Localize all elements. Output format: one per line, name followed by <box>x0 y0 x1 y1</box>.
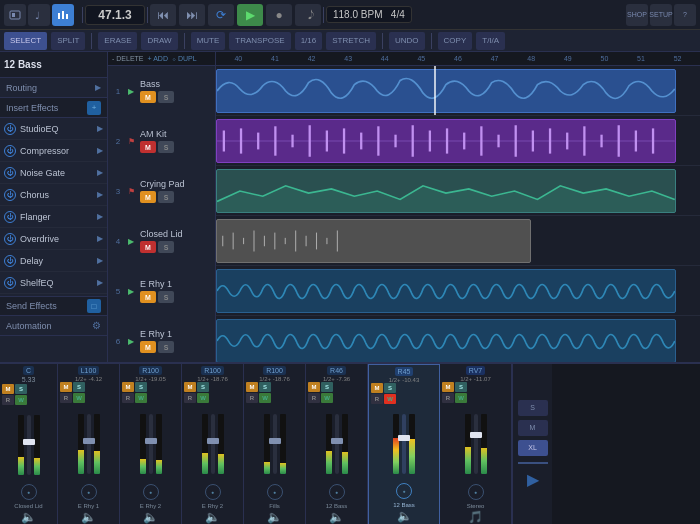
help-icon[interactable]: ? <box>674 4 696 26</box>
fader-knob-3[interactable] <box>145 438 157 444</box>
effect-row-shelfeq[interactable]: ⏻ ShelfEQ ▶ <box>0 272 107 294</box>
effect-power-icon[interactable]: ⏻ <box>4 123 16 135</box>
mute-tool[interactable]: MUTE <box>191 32 226 50</box>
fader-track-4[interactable] <box>211 414 215 474</box>
effect-row-delay[interactable]: ⏻ Delay ▶ <box>0 250 107 272</box>
pan-8[interactable]: ● <box>468 484 484 500</box>
effect-power-icon[interactable]: ⏻ <box>4 189 16 201</box>
loop-btn[interactable]: ⟳ <box>208 4 234 26</box>
pan-2[interactable]: ● <box>81 484 97 500</box>
fader-track-8[interactable] <box>474 414 478 474</box>
fader-track-3[interactable] <box>149 414 153 474</box>
split-tool[interactable]: SPLIT <box>51 32 85 50</box>
track-mute-2[interactable]: M <box>140 141 156 153</box>
read-btn-6[interactable]: R <box>308 393 320 403</box>
insert-effects-header[interactable]: Insert Effects + <box>0 98 107 118</box>
track-lane-1[interactable] <box>216 66 700 115</box>
play-btn[interactable]: ▶ <box>237 4 263 26</box>
track-solo-4[interactable]: S <box>158 241 174 253</box>
track-solo-6[interactable]: S <box>158 341 174 353</box>
fader-track-2[interactable] <box>87 414 91 474</box>
insert-add-icon[interactable]: + <box>87 101 101 115</box>
track-lane-2[interactable] <box>216 116 700 165</box>
clip-erhy1[interactable] <box>216 269 676 313</box>
fader-knob-7[interactable] <box>398 435 410 441</box>
position-display[interactable]: 47.1.3 <box>85 5 145 25</box>
write-btn-2[interactable]: W <box>73 393 85 403</box>
erase-tool[interactable]: ERASE <box>98 32 137 50</box>
track-solo-3[interactable]: S <box>158 191 174 203</box>
mute-btn-6[interactable]: M <box>308 382 320 392</box>
track-solo-2[interactable]: S <box>158 141 174 153</box>
note-icon[interactable]: ♩ <box>28 4 50 26</box>
send-add-icon[interactable]: □ <box>87 299 101 313</box>
mute-btn-2[interactable]: M <box>60 382 72 392</box>
track-lane-6[interactable] <box>216 316 700 362</box>
track-lane-5[interactable] <box>216 266 700 315</box>
metronome-btn[interactable]: 𝅘𝅥𝅮 <box>295 4 321 26</box>
track-mute-6[interactable]: M <box>140 341 156 353</box>
transpose-tool[interactable]: TRANSPOSE <box>229 32 290 50</box>
solo-btn-5[interactable]: S <box>259 382 271 392</box>
effect-power-icon[interactable]: ⏻ <box>4 255 16 267</box>
effect-row-chorus[interactable]: ⏻ Chorus ▶ <box>0 184 107 206</box>
mute-btn-5[interactable]: M <box>246 382 258 392</box>
track-play-2[interactable]: ⚑ <box>124 134 138 148</box>
automation-row[interactable]: Automation ⚙ <box>0 316 107 336</box>
clip-bass-1[interactable] <box>216 69 676 113</box>
dupl-btn[interactable]: ⬦ DUPL <box>172 55 197 62</box>
fader-knob-5[interactable] <box>269 438 281 444</box>
read-btn-5[interactable]: R <box>246 393 258 403</box>
track-play-6[interactable]: ▶ <box>124 334 138 348</box>
write-btn-1[interactable]: W <box>15 395 27 405</box>
effect-power-icon[interactable]: ⏻ <box>4 277 16 289</box>
fader-track-7[interactable] <box>402 414 406 474</box>
clip-erhy2[interactable] <box>216 319 676 362</box>
track-play-3[interactable]: ⚑ <box>124 184 138 198</box>
fader-knob-1[interactable] <box>23 439 35 445</box>
read-btn-2[interactable]: R <box>60 393 72 403</box>
solo-btn-6[interactable]: S <box>321 382 333 392</box>
solo-btn-7[interactable]: S <box>384 383 396 393</box>
skip-forward-btn[interactable]: ⏭ <box>179 4 205 26</box>
track-play-4[interactable]: ▶ <box>124 234 138 248</box>
read-btn-4[interactable]: R <box>184 393 196 403</box>
effect-row-overdrive[interactable]: ⏻ Overdrive ▶ <box>0 228 107 250</box>
mixer-s-btn[interactable]: S <box>518 400 548 416</box>
effect-power-icon[interactable]: ⏻ <box>4 211 16 223</box>
track-lane-3[interactable] <box>216 166 700 215</box>
pan-4[interactable]: ● <box>205 484 221 500</box>
solo-btn-1[interactable]: S <box>15 384 27 394</box>
send-effects-header[interactable]: Send Effects □ <box>0 296 107 316</box>
effect-row-noisegate[interactable]: ⏻ Noise Gate ▶ <box>0 162 107 184</box>
fader-knob-6[interactable] <box>331 438 343 444</box>
fader-track-5[interactable] <box>273 414 277 474</box>
track-play-5[interactable]: ▶ <box>124 284 138 298</box>
clip-lid[interactable] <box>216 219 531 263</box>
shop-icon[interactable]: SHOP <box>626 4 648 26</box>
stretch-tool[interactable]: STRETCH <box>326 32 376 50</box>
solo-btn-4[interactable]: S <box>197 382 209 392</box>
effect-power-icon[interactable]: ⏻ <box>4 145 16 157</box>
mixer-icon[interactable] <box>52 4 74 26</box>
mixer-xl-btn[interactable]: XL <box>518 440 548 456</box>
bpm-display[interactable]: 118.0 BPM 4/4 <box>326 6 412 23</box>
fader-track-6[interactable] <box>335 414 339 474</box>
pan-3[interactable]: ● <box>143 484 159 500</box>
mute-btn-3[interactable]: M <box>122 382 134 392</box>
mute-btn-7[interactable]: M <box>371 383 383 393</box>
skip-back-btn[interactable]: ⏮ <box>150 4 176 26</box>
read-btn-7[interactable]: R <box>371 394 383 404</box>
track-lane-4[interactable] <box>216 216 700 265</box>
track-mute-1[interactable]: M <box>140 91 156 103</box>
t-i-a-btn[interactable]: T/I/A <box>476 32 505 50</box>
track-mute-5[interactable]: M <box>140 291 156 303</box>
read-btn-1[interactable]: R <box>2 395 14 405</box>
copy-btn[interactable]: COPY <box>438 32 473 50</box>
solo-btn-2[interactable]: S <box>73 382 85 392</box>
select-tool[interactable]: SELECT <box>4 32 47 50</box>
effect-row-compressor[interactable]: ⏻ Compressor ▶ <box>0 140 107 162</box>
track-play-1[interactable]: ▶ <box>124 84 138 98</box>
write-btn-4[interactable]: W <box>197 393 209 403</box>
mute-btn-4[interactable]: M <box>184 382 196 392</box>
